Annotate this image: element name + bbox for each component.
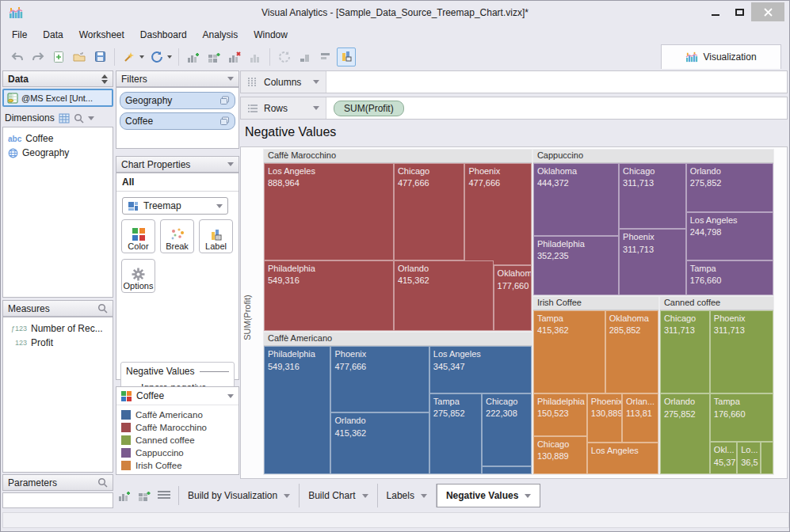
legend-item-canned-coffee[interactable]: Canned coffee: [116, 434, 239, 446]
dimension-item-geography[interactable]: Geography: [6, 146, 109, 160]
treemap-cell-tampa[interactable]: Tampa275,852: [429, 393, 482, 474]
treemap-cell-orlan-[interactable]: Orlan...113,81: [622, 393, 658, 443]
treemap-cell-chicago[interactable]: Chicago130,889: [533, 436, 587, 474]
columns-shelf[interactable]: Columns: [240, 70, 788, 93]
treemap-cell-phoenix[interactable]: Phoenix130,889: [587, 393, 622, 443]
new-visualization-sheet-icon[interactable]: [118, 489, 132, 502]
new-visualization-button[interactable]: [184, 48, 203, 66]
treemap-cell-phoenix[interactable]: Phoenix477,666: [464, 163, 531, 265]
sheet-tab-dropdown-icon[interactable]: [284, 494, 290, 498]
filters-collapse-icon[interactable]: [227, 77, 234, 81]
treemap-cell-okl-[interactable]: Okl...45,37: [710, 442, 737, 474]
rows-shelf-label[interactable]: Rows: [241, 97, 326, 119]
treemap-cell-orlando[interactable]: Orlando415,362: [394, 260, 494, 331]
maximize-button[interactable]: [727, 3, 751, 21]
break-button[interactable]: Break: [160, 219, 194, 253]
treemap-cell-phoenix[interactable]: Phoenix311,713: [710, 310, 773, 394]
legend-item-irish-coffee[interactable]: Irish Coffee: [116, 459, 239, 472]
treemap-cell-tampa[interactable]: Tampa176,660: [686, 260, 773, 295]
treemap-cell-oklahoma[interactable]: Oklahoma177,660: [494, 265, 532, 331]
sheet-list-icon[interactable]: [158, 491, 170, 500]
new-dashboard-sheet-icon[interactable]: [138, 489, 151, 502]
treemap-cell-phoenix[interactable]: Phoenix311,713: [619, 229, 686, 294]
dimensions-dropdown-icon[interactable]: [88, 116, 94, 120]
delete-visualization-button[interactable]: [225, 48, 244, 66]
search-icon[interactable]: [97, 477, 108, 488]
table-icon[interactable]: [59, 113, 70, 124]
treemap-cell-oklahoma[interactable]: Oklahoma285,852: [605, 310, 658, 393]
rotate-button[interactable]: [275, 48, 294, 66]
columns-dropdown-icon[interactable]: [313, 80, 319, 84]
save-button[interactable]: [90, 48, 109, 66]
treemap-cell-tampa[interactable]: Tampa415,362: [533, 310, 605, 393]
menu-item-analysis[interactable]: Analysis: [203, 29, 239, 40]
treemap-cell-orlando[interactable]: Orlando275,852: [686, 163, 773, 212]
chart-type-select[interactable]: Treemap: [122, 197, 228, 215]
search-icon[interactable]: [97, 303, 108, 314]
treemap-cell[interactable]: [761, 442, 773, 474]
sheet-tab-build-chart[interactable]: Build Chart: [300, 484, 377, 507]
sheet-tab-labels[interactable]: Labels: [378, 484, 437, 507]
color-button[interactable]: Color: [121, 219, 155, 253]
chart-properties-collapse-icon[interactable]: [227, 162, 234, 166]
search-icon[interactable]: [74, 113, 84, 124]
sheet-tab-negative-values[interactable]: Negative Values: [437, 484, 540, 507]
treemap-cell-philadelphia[interactable]: Philadelphia150,523: [533, 393, 587, 436]
rows-dropdown-icon[interactable]: [313, 106, 319, 110]
rows-pill-sum-profit[interactable]: SUM(Profit): [334, 101, 404, 116]
data-source-item[interactable]: @MS Excel [Unt...: [2, 89, 113, 107]
new-dashboard-button[interactable]: [204, 48, 223, 66]
treemap-cell-philadelphia[interactable]: Philadelphia549,316: [264, 260, 394, 331]
filter-pill-geography[interactable]: Geography: [120, 92, 235, 109]
open-file-button[interactable]: [70, 48, 89, 66]
treemap-cell-orlando[interactable]: Orlando415,362: [330, 412, 429, 474]
label-button[interactable]: Label: [199, 219, 233, 253]
legend-collapse-icon[interactable]: [227, 394, 234, 398]
sheet-tab-dropdown-icon[interactable]: [525, 494, 531, 498]
treemap-cell-phoenix[interactable]: Phoenix477,666: [330, 346, 429, 412]
wand-button[interactable]: [120, 48, 139, 66]
filter-pill-coffee[interactable]: Coffee: [120, 112, 235, 130]
menu-item-window[interactable]: Window: [254, 29, 288, 40]
treemap-cell-oklahoma[interactable]: Oklahoma444,372: [533, 163, 619, 236]
treemap-cell-chicago[interactable]: Chicago311,713: [660, 310, 710, 394]
columns-shelf-label[interactable]: Columns: [241, 71, 326, 93]
treemap-cell-orlando[interactable]: Orlando275,852: [660, 393, 710, 474]
menu-item-file[interactable]: File: [12, 29, 27, 40]
legend-item-caffè-americano[interactable]: Caffè Americano: [116, 408, 239, 421]
treemap-cell-los-angeles[interactable]: Los Angeles888,964: [264, 163, 394, 260]
minimize-button[interactable]: [704, 3, 727, 21]
options-button[interactable]: Options: [121, 259, 155, 293]
treemap-cell-chicago[interactable]: Chicago311,713: [619, 163, 686, 229]
treemap-cell-lo-[interactable]: Lo...36,5: [737, 442, 761, 474]
measure-item[interactable]: 123Profit: [5, 336, 111, 350]
legend-item-cappuccino[interactable]: Cappuccino: [116, 446, 239, 459]
visualization-gray-button[interactable]: [246, 48, 265, 66]
refresh-button[interactable]: [147, 48, 166, 66]
sheet-tab-dropdown-icon[interactable]: [362, 494, 368, 498]
rows-shelf[interactable]: Rows SUM(Profit): [240, 97, 788, 120]
filter-pill-icon[interactable]: [219, 96, 230, 105]
close-button[interactable]: [751, 2, 784, 21]
menu-item-dashboard[interactable]: Dashboard: [140, 29, 187, 40]
menu-item-data[interactable]: Data: [43, 29, 63, 40]
treemap-cell-chicago[interactable]: Chicago477,666: [394, 163, 465, 260]
parameters-list[interactable]: [2, 492, 113, 508]
menu-item-worksheet[interactable]: Worksheet: [79, 29, 124, 40]
new-file-button[interactable]: [49, 48, 68, 66]
sort-ascending-button[interactable]: [296, 48, 315, 66]
sort-descending-button[interactable]: [316, 48, 335, 66]
sheet-tab-dropdown-icon[interactable]: [421, 494, 427, 498]
visualization-tab[interactable]: Visualization: [661, 44, 781, 69]
redo-button[interactable]: [29, 48, 48, 66]
treemap-cell-los-angeles[interactable]: Los Angeles244,798: [686, 212, 773, 260]
treemap-cell-tampa[interactable]: Tampa176,660: [710, 393, 773, 442]
measure-item[interactable]: ƒ123Number of Rec...: [5, 321, 111, 336]
undo-button[interactable]: [8, 48, 27, 66]
data-sort-icon[interactable]: [101, 74, 108, 84]
treemap-cell-philadelphia[interactable]: Philadelphia549,316: [264, 346, 330, 474]
treemap-cell-los-angeles[interactable]: Los Angeles: [587, 443, 658, 474]
wand-dropdown-icon[interactable]: [139, 55, 144, 59]
labels-toggle-button[interactable]: [337, 48, 356, 66]
treemap-cell-chicago[interactable]: Chicago222,308: [482, 393, 532, 466]
